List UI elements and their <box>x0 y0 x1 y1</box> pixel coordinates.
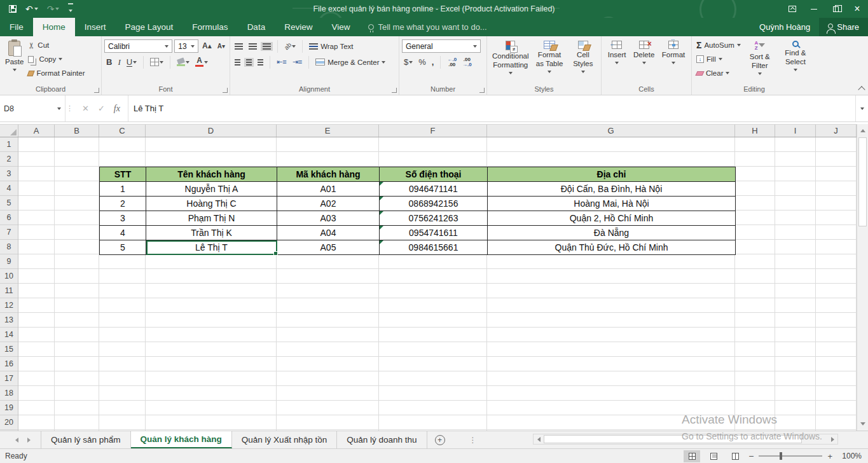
tab-review[interactable]: Review <box>275 18 322 36</box>
new-sheet-button[interactable]: + <box>427 431 453 448</box>
cell[interactable]: A03 <box>277 211 380 226</box>
tab-home[interactable]: Home <box>33 18 75 36</box>
cell[interactable]: 5 <box>100 240 146 255</box>
row-header-16[interactable]: 16 <box>0 357 18 371</box>
format-cells-dropdown-icon[interactable] <box>672 62 675 64</box>
accounting-format-button[interactable]: $ <box>402 56 415 68</box>
worksheet-grid[interactable]: 1234567891011121314151617181920 STTTên k… <box>0 137 857 431</box>
cell-styles-dropdown-icon[interactable] <box>581 71 585 73</box>
name-box[interactable]: D8 <box>0 95 65 121</box>
column-header-a[interactable]: A <box>18 125 55 137</box>
align-right-button[interactable] <box>256 58 265 67</box>
page-layout-view-button[interactable] <box>705 450 722 462</box>
cell[interactable]: Đội Cấn, Ba Đình, Hà Nội <box>488 182 736 197</box>
cell[interactable]: A01 <box>277 182 380 197</box>
find-select-button[interactable]: Find & Select <box>777 38 814 85</box>
orientation-button[interactable]: ab <box>282 41 298 51</box>
borders-dropdown-icon[interactable] <box>160 61 163 64</box>
cell[interactable]: 0946471141 <box>380 182 488 197</box>
bold-button[interactable]: B <box>104 56 114 68</box>
row-header-17[interactable]: 17 <box>0 371 18 386</box>
autosum-dropdown-icon[interactable] <box>737 44 741 46</box>
align-left-button[interactable] <box>233 58 242 67</box>
formula-input[interactable]: Lê Thị T <box>128 95 855 121</box>
scroll-down-button[interactable] <box>857 417 868 431</box>
row-header-9[interactable]: 9 <box>0 254 18 269</box>
cell[interactable]: 0868942156 <box>380 197 488 211</box>
previous-sheet-button[interactable] <box>15 438 18 443</box>
save-button[interactable] <box>6 1 19 17</box>
insert-cells-dropdown-icon[interactable] <box>615 62 619 64</box>
column-header-c[interactable]: C <box>99 125 146 137</box>
font-size-combo[interactable]: 13 <box>174 39 198 53</box>
grow-font-button[interactable]: A▴ <box>200 41 214 51</box>
underline-dropdown-icon[interactable] <box>133 61 137 64</box>
column-header-h[interactable]: H <box>735 125 775 137</box>
paste-button[interactable]: Paste <box>3 38 26 85</box>
zoom-out-button[interactable]: − <box>748 451 754 461</box>
cell[interactable]: Quận Thủ Đức, Hồ Chí Minh <box>488 240 736 255</box>
row-header-19[interactable]: 19 <box>0 401 18 415</box>
insert-cells-button[interactable]: ← Insert <box>605 38 629 85</box>
tab-view[interactable]: View <box>322 18 359 36</box>
cell[interactable]: Phạm Thị N <box>146 211 277 226</box>
format-as-table-button[interactable]: Format as Table <box>532 38 568 85</box>
next-sheet-button[interactable] <box>27 438 31 443</box>
undo-button[interactable]: ↶ <box>23 1 41 17</box>
expand-formula-bar-button[interactable] <box>855 95 868 121</box>
row-header-6[interactable]: 6 <box>0 211 18 225</box>
fill-button[interactable]: ↓Fill <box>694 52 743 66</box>
font-name-combo[interactable]: Calibri <box>104 39 172 53</box>
middle-align-button[interactable] <box>247 42 259 51</box>
fill-dropdown-icon[interactable] <box>719 58 722 60</box>
close-button[interactable]: × <box>846 0 868 18</box>
number-format-combo[interactable]: General <box>402 39 481 53</box>
alignment-dialog-launcher[interactable] <box>392 88 397 93</box>
percent-style-button[interactable]: % <box>417 56 428 68</box>
find-select-dropdown-icon[interactable] <box>794 69 797 71</box>
column-header-f[interactable]: F <box>379 125 487 137</box>
merge-center-dropdown-icon[interactable] <box>382 61 385 64</box>
row-header-20[interactable]: 20 <box>0 415 18 430</box>
cell[interactable]: A04 <box>277 226 380 240</box>
clipboard-dialog-launcher[interactable] <box>94 88 99 93</box>
accounting-dropdown-icon[interactable] <box>409 61 413 64</box>
bottom-align-button[interactable] <box>261 42 273 51</box>
format-painter-button[interactable]: Format Painter <box>26 66 86 80</box>
account-name[interactable]: Quỳnh Hoàng <box>750 18 819 36</box>
scroll-right-button[interactable] <box>827 434 837 444</box>
borders-button[interactable] <box>148 57 165 67</box>
top-align-button[interactable] <box>233 42 245 51</box>
copy-button[interactable]: Copy <box>26 52 86 66</box>
scroll-left-button[interactable] <box>534 434 544 444</box>
column-header-i[interactable]: I <box>775 125 816 137</box>
merge-center-button[interactable]: Merge & Center <box>313 55 387 69</box>
decrease-decimal-button[interactable]: .00→.0 <box>460 56 474 69</box>
horizontal-scrollbar-thumb[interactable] <box>544 435 802 443</box>
font-size-dropdown-icon[interactable] <box>191 45 195 48</box>
zoom-slider[interactable] <box>759 455 822 457</box>
cell[interactable]: 3 <box>100 211 146 226</box>
row-header-10[interactable]: 10 <box>0 269 18 284</box>
cell[interactable]: 0954741611 <box>380 226 488 240</box>
format-cells-button[interactable]: ↔ Format <box>659 38 687 85</box>
cell[interactable]: 0756241263 <box>380 211 488 226</box>
font-color-dropdown-icon[interactable] <box>204 61 208 64</box>
column-header-j[interactable]: J <box>816 125 857 137</box>
cell[interactable]: A05 <box>277 240 380 255</box>
customize-qat-button[interactable] <box>65 1 76 17</box>
tab-data[interactable]: Data <box>238 18 275 36</box>
autosum-button[interactable]: ΣAutoSum <box>694 38 743 52</box>
cell[interactable]: Nguyễn Thị A <box>146 182 277 197</box>
sheet-tab-quan-ly-khach-hang[interactable]: Quản lý khách hàng <box>131 431 232 448</box>
sheet-tab-quan-ly-doanh-thu[interactable]: Quản lý doanh thu <box>337 431 427 448</box>
increase-decimal-button[interactable]: ←.0.00 <box>445 56 458 69</box>
collapse-ribbon-button[interactable] <box>858 86 865 93</box>
clear-button[interactable]: Clear <box>694 66 743 80</box>
delete-cells-dropdown-icon[interactable] <box>642 62 646 64</box>
tab-formulas[interactable]: Formulas <box>183 18 237 36</box>
paste-dropdown-icon[interactable] <box>13 69 17 71</box>
insert-function-button[interactable]: fx <box>114 104 120 114</box>
tell-me-box[interactable]: Tell me what you want to do... <box>368 18 486 36</box>
restore-button[interactable] <box>825 0 846 18</box>
